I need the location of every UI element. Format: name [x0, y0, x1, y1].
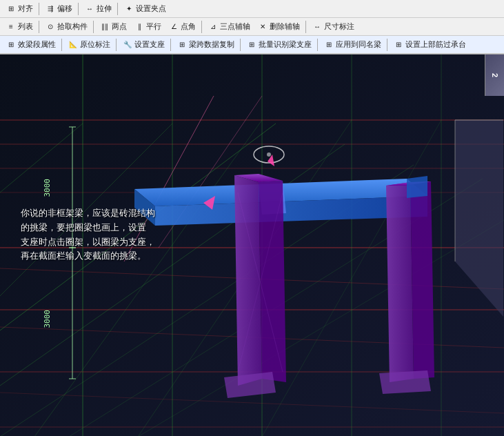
align-icon: ⊞ [6, 3, 17, 14]
svg-marker-41 [407, 176, 427, 198]
separator-2 [78, 3, 79, 15]
identify-support-button[interactable]: ⊞ 批量识别梁支座 [243, 39, 314, 51]
pick-icon: ⊙ [45, 21, 56, 32]
copy-span-data-button[interactable]: ⊞ 梁跨数据复制 [174, 39, 237, 51]
angle-icon: ∠ [168, 21, 179, 32]
separator-1 [39, 3, 39, 15]
dimension-icon: ↔ [312, 21, 323, 32]
pick-component-button[interactable]: ⊙ 拾取构件 [42, 21, 90, 33]
stretch-icon: ↔ [84, 3, 95, 14]
set-support-button[interactable]: 🔧 设置支座 [119, 39, 168, 51]
three-point-axis-button[interactable]: ⊿ 三点辅轴 [205, 21, 253, 33]
separator-6 [201, 21, 202, 33]
separator-12 [317, 39, 318, 51]
corner-badge: 2 [485, 54, 504, 96]
set-top-bar-button[interactable]: ⊞ 设置上部筋过承台 [390, 39, 469, 51]
separator-13 [387, 39, 387, 51]
viewport-3d[interactable]: 3000 3000 你说的非框架梁，应该是砖混结构 的挑梁，要把圈梁也画上，设置… [0, 54, 504, 436]
angle-button[interactable]: ∠ 点角 [165, 21, 199, 33]
apply-same-icon: ⊞ [323, 39, 334, 50]
beam-properties-button[interactable]: ⊞ 效梁段属性 [3, 39, 59, 51]
dimension-label-bottom: 3000 [43, 310, 52, 328]
svg-marker-34 [259, 181, 286, 382]
toolbar-row-3: ⊞ 效梁段属性 📐 原位标注 🔧 设置支座 ⊞ 梁跨数据复制 ⊞ 批量识别梁支座… [0, 36, 504, 54]
identify-support-icon: ⊞ [246, 39, 257, 50]
separator-9 [116, 39, 117, 51]
grip-icon: ✦ [123, 3, 134, 14]
separator-10 [170, 39, 171, 51]
svg-marker-37 [410, 181, 434, 379]
separator-11 [240, 39, 241, 51]
separator-5 [93, 21, 94, 33]
offset-icon: ⇶ [45, 3, 56, 14]
svg-marker-36 [386, 182, 414, 382]
align-button[interactable]: ⊞ 对齐 [3, 3, 36, 15]
separator-7 [305, 21, 306, 33]
svg-marker-40 [379, 370, 431, 394]
offset-button[interactable]: ⇶ 偏移 [42, 3, 75, 15]
delete-axis-button[interactable]: ✕ 删除辅轴 [254, 21, 303, 33]
toolbar-container: ⊞ 对齐 ⇶ 偏移 ↔ 拉伸 ✦ 设置夹点 ≡ 列表 ⊙ 拾取构件 [0, 0, 504, 54]
pos-annot-icon: 📐 [68, 39, 79, 50]
svg-point-43 [267, 152, 271, 157]
apply-same-beam-button[interactable]: ⊞ 应用到同名梁 [321, 39, 384, 51]
separator-3 [117, 3, 118, 15]
set-grip-button[interactable]: ✦ 设置夹点 [121, 3, 169, 15]
list-icon: ≡ [6, 21, 17, 32]
parallel-button[interactable]: ∥ 平行 [131, 21, 164, 33]
three-point-axis-icon: ⊿ [208, 21, 219, 32]
dimension-button[interactable]: ↔ 尺寸标注 [309, 21, 357, 33]
set-support-icon: 🔧 [122, 39, 133, 50]
separator-8 [61, 39, 62, 51]
copy-span-icon: ⊞ [177, 39, 188, 50]
delete-axis-icon: ✕ [257, 21, 268, 32]
position-annotation-button[interactable]: 📐 原位标注 [65, 39, 113, 51]
list-button[interactable]: ≡ 列表 [3, 21, 36, 33]
svg-marker-33 [234, 175, 262, 386]
stretch-button[interactable]: ↔ 拉伸 [81, 3, 114, 15]
beam-prop-icon: ⊞ [6, 39, 17, 50]
toolbar-row-2: ≡ 列表 ⊙ 拾取构件 ∥∥ 两点 ∥ 平行 ∠ 点角 ⊿ 三点辅轴 ✕ 删除辅… [0, 18, 504, 36]
toolbar-row-1: ⊞ 对齐 ⇶ 偏移 ↔ 拉伸 ✦ 设置夹点 [0, 0, 504, 18]
two-point-button[interactable]: ∥∥ 两点 [97, 21, 130, 33]
separator-4 [39, 21, 39, 33]
annotation-text: 你说的非框架梁，应该是砖混结构 的挑梁，要把圈梁也画上，设置 支座时点击圈架，以… [21, 206, 155, 264]
two-point-icon: ∥∥ [99, 21, 110, 32]
set-top-bar-icon: ⊞ [393, 39, 404, 50]
dimension-label-top: 3000 [43, 179, 52, 197]
parallel-icon: ∥ [134, 21, 145, 32]
